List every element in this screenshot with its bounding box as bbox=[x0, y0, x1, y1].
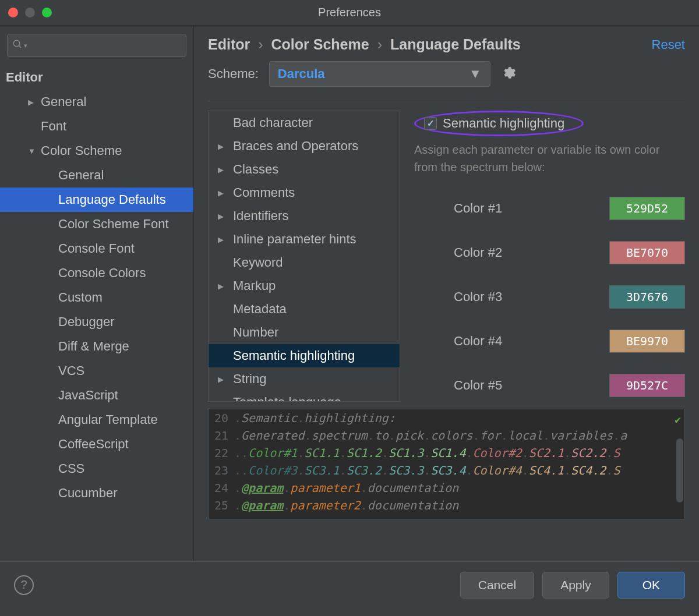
breadcrumb-color-scheme[interactable]: Color Scheme bbox=[271, 36, 369, 53]
attribute-item-label: Inline parameter hints bbox=[233, 232, 356, 247]
attribute-item-label: Metadata bbox=[233, 302, 287, 317]
color-swatch[interactable]: 3D7676 bbox=[609, 285, 685, 309]
apply-button[interactable]: Apply bbox=[542, 572, 609, 599]
tree-item[interactable]: Console Font bbox=[0, 236, 193, 261]
gutter: 22 bbox=[209, 444, 234, 462]
scheme-value: Darcula bbox=[278, 66, 325, 82]
attribute-item-label: Semantic highlighting bbox=[233, 348, 355, 363]
tree-item-label: VCS bbox=[58, 363, 84, 378]
close-icon[interactable] bbox=[8, 8, 18, 17]
color-list: Color #1529D52Color #2BE7070Color #33D76… bbox=[414, 186, 685, 408]
titlebar: Preferences bbox=[0, 0, 699, 26]
attribute-item[interactable]: ▶Comments bbox=[209, 181, 400, 204]
main-container: ▾ Editor ▶GeneralFont▼Color SchemeGenera… bbox=[0, 26, 699, 561]
ok-button[interactable]: OK bbox=[617, 572, 685, 599]
tree-item[interactable]: CoffeeScript bbox=[0, 432, 193, 456]
attribute-item-label: Template language bbox=[233, 395, 341, 402]
attribute-item[interactable]: Bad character bbox=[209, 111, 400, 134]
sidebar: ▾ Editor ▶GeneralFont▼Color SchemeGenera… bbox=[0, 26, 194, 561]
attribute-item[interactable]: Number bbox=[209, 321, 400, 344]
checkbox-label: Semantic highlighting bbox=[443, 116, 564, 131]
scrollbar[interactable] bbox=[676, 438, 683, 502]
tree-item[interactable]: JavaScript bbox=[0, 383, 193, 408]
tree-arrow-icon: ▶ bbox=[28, 98, 41, 107]
scheme-select[interactable]: Darcula ▼ bbox=[269, 61, 490, 87]
tree-item[interactable]: Language Defaults bbox=[0, 187, 193, 212]
reset-link[interactable]: Reset bbox=[652, 37, 685, 52]
tree-item-label: General bbox=[58, 168, 104, 183]
tree-item[interactable]: Debugger bbox=[0, 310, 193, 334]
color-swatch[interactable]: 9D527C bbox=[609, 374, 685, 397]
attribute-item-label: Identifiers bbox=[233, 208, 288, 224]
breadcrumb-editor[interactable]: Editor bbox=[208, 36, 250, 53]
footer: ? Cancel Apply OK bbox=[0, 561, 699, 608]
settings-tree: Editor ▶GeneralFont▼Color SchemeGeneralL… bbox=[0, 63, 193, 561]
tree-item[interactable]: Color Scheme Font bbox=[0, 212, 193, 236]
tree-item-label: Angular Template bbox=[58, 412, 158, 427]
chevron-down-icon: ▾ bbox=[24, 42, 27, 49]
attribute-item-label: Braces and Operators bbox=[233, 139, 358, 154]
gutter: 21 bbox=[209, 427, 234, 444]
attribute-item[interactable]: Template language bbox=[209, 391, 400, 402]
gear-icon[interactable] bbox=[501, 65, 516, 83]
color-swatch[interactable]: BE7070 bbox=[609, 241, 685, 264]
color-label: Color #5 bbox=[454, 378, 502, 393]
attribute-item[interactable]: Keyword bbox=[209, 251, 400, 274]
tree-item[interactable]: Angular Template bbox=[0, 408, 193, 432]
gutter: 25 bbox=[209, 497, 234, 514]
tree-item-label: Console Colors bbox=[58, 265, 146, 281]
tree-item[interactable]: Font bbox=[0, 114, 193, 139]
color-row: Color #1529D52 bbox=[414, 186, 685, 231]
tree-item[interactable]: Diff & Merge bbox=[0, 334, 193, 359]
attribute-item[interactable]: ▶Inline parameter hints bbox=[209, 228, 400, 251]
tree-item[interactable]: Cucumber bbox=[0, 481, 193, 505]
code-preview[interactable]: ✔ 20.Semantic.highlighting: 21.Generated… bbox=[208, 409, 685, 519]
settings-panel: ✓ Semantic highlighting Assign each para… bbox=[414, 111, 685, 408]
tree-item[interactable]: Custom bbox=[0, 285, 193, 310]
tree-item[interactable]: CSS bbox=[0, 456, 193, 481]
attribute-item[interactable]: ▶Identifiers bbox=[209, 204, 400, 228]
tree-item-label: Color Scheme Font bbox=[58, 217, 169, 232]
attribute-item-label: Comments bbox=[233, 185, 295, 200]
maximize-icon[interactable] bbox=[42, 8, 52, 17]
search-input[interactable]: ▾ bbox=[7, 34, 186, 57]
attribute-item[interactable]: ▶Classes bbox=[209, 158, 400, 181]
attribute-list[interactable]: Bad character▶Braces and Operators▶Class… bbox=[208, 111, 400, 402]
color-label: Color #2 bbox=[454, 245, 502, 260]
color-row: Color #4BE9970 bbox=[414, 319, 685, 363]
tree-item-label: Cucumber bbox=[58, 486, 117, 501]
attribute-item[interactable]: Metadata bbox=[209, 298, 400, 321]
tree-item-label: Diff & Merge bbox=[58, 339, 129, 354]
attribute-item[interactable]: ▶String bbox=[209, 367, 400, 391]
tree-item[interactable]: VCS bbox=[0, 359, 193, 383]
tree-item-label: Language Defaults bbox=[58, 192, 166, 207]
chevron-down-icon: ▼ bbox=[469, 66, 482, 82]
tree-item-label: Debugger bbox=[58, 314, 115, 330]
color-swatch[interactable]: BE9970 bbox=[609, 330, 685, 353]
help-button[interactable]: ? bbox=[14, 575, 34, 595]
tree-item-label: JavaScript bbox=[58, 388, 118, 403]
attribute-item[interactable]: ▶Braces and Operators bbox=[209, 134, 400, 158]
content-panel: Editor › Color Scheme › Language Default… bbox=[194, 26, 699, 561]
checkbox-icon[interactable]: ✓ bbox=[424, 117, 437, 130]
attribute-item[interactable]: ▶Markup bbox=[209, 274, 400, 298]
tree-header-editor[interactable]: Editor bbox=[0, 65, 193, 90]
attribute-item-label: Bad character bbox=[233, 115, 313, 130]
tree-item-label: Font bbox=[41, 119, 66, 134]
color-label: Color #1 bbox=[454, 201, 502, 216]
tree-item[interactable]: ▶General bbox=[0, 90, 193, 114]
chevron-right-icon: › bbox=[377, 36, 382, 53]
gutter: 20 bbox=[209, 409, 234, 427]
attribute-item-label: Number bbox=[233, 325, 278, 340]
attribute-item[interactable]: Semantic highlighting bbox=[209, 344, 400, 367]
minimize-icon[interactable] bbox=[25, 8, 35, 17]
tree-item[interactable]: General bbox=[0, 163, 193, 187]
semantic-highlighting-checkbox-row[interactable]: ✓ Semantic highlighting bbox=[414, 111, 584, 136]
attribute-item-label: Classes bbox=[233, 162, 278, 177]
tree-item[interactable]: Console Colors bbox=[0, 261, 193, 285]
chevron-right-icon: › bbox=[258, 36, 263, 53]
cancel-button[interactable]: Cancel bbox=[460, 572, 534, 599]
tree-arrow-icon: ▼ bbox=[28, 147, 41, 155]
tree-item[interactable]: ▼Color Scheme bbox=[0, 139, 193, 163]
color-swatch[interactable]: 529D52 bbox=[609, 197, 685, 220]
